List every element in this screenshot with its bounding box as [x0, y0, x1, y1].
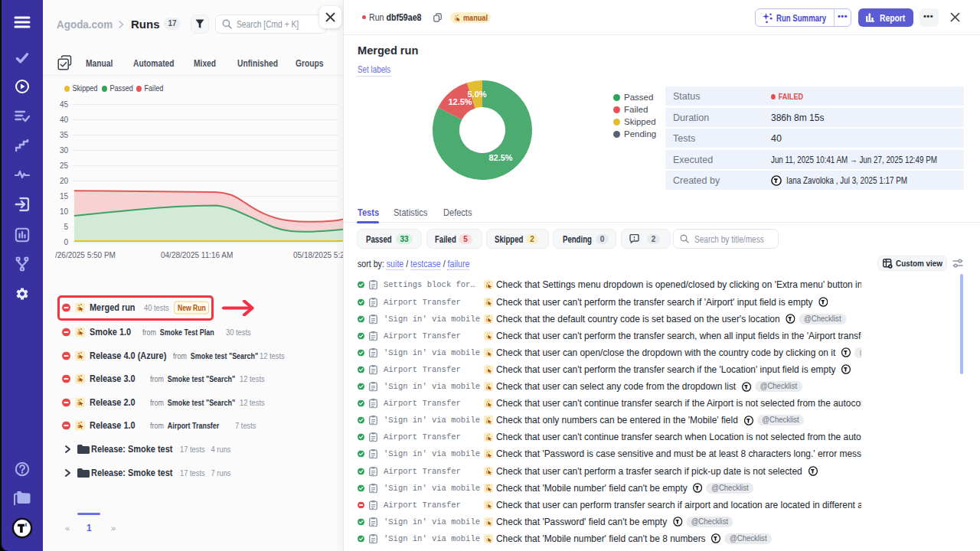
svg-text:10: 10: [60, 207, 69, 216]
svg-text:/26/2025 5:50 PM: /26/2025 5:50 PM: [55, 251, 116, 259]
svg-text:15: 15: [60, 192, 69, 201]
svg-text:5.0%: 5.0%: [467, 90, 486, 99]
svg-text:35: 35: [60, 131, 69, 139]
svg-text:20: 20: [60, 177, 69, 185]
svg-text:0: 0: [64, 238, 68, 246]
svg-text:82.5%: 82.5%: [488, 153, 512, 162]
svg-text:5: 5: [64, 223, 68, 231]
svg-text:30: 30: [60, 146, 69, 155]
svg-text:45: 45: [60, 100, 69, 109]
svg-text:25: 25: [60, 161, 69, 170]
svg-text:40: 40: [60, 116, 69, 124]
svg-text:04/28/2025 11:16 AM: 04/28/2025 11:16 AM: [161, 251, 233, 259]
svg-text:05/18/2025 5:22: 05/18/2025 5:22: [293, 251, 343, 259]
